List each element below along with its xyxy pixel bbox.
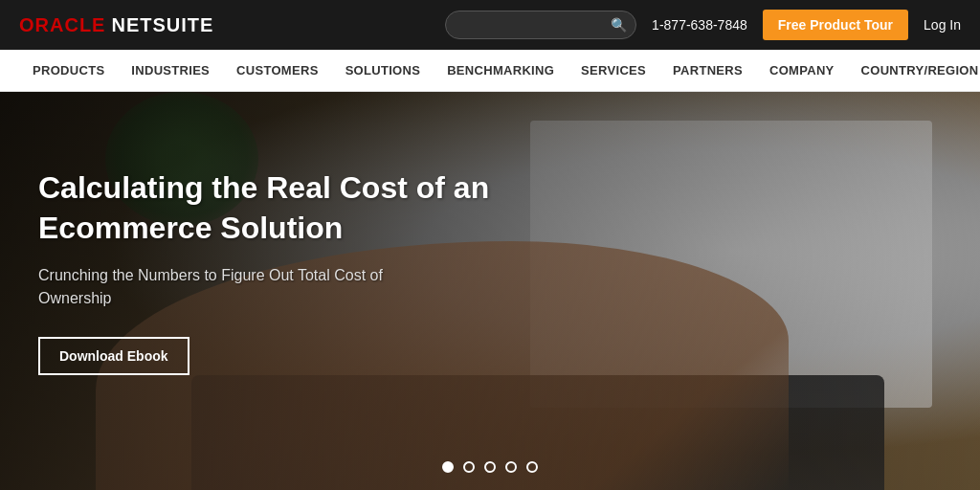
download-ebook-button[interactable]: Download Ebook	[38, 337, 189, 375]
nav-item-company[interactable]: COMPANY	[756, 50, 848, 92]
hero-title: Calculating the Real Cost of an Ecommerc…	[38, 168, 517, 248]
hero-section: Calculating the Real Cost of an Ecommerc…	[0, 92, 980, 490]
nav-item-services[interactable]: SERVICES	[568, 50, 659, 92]
nav-item-country-region[interactable]: COUNTRY/REGION	[848, 50, 980, 92]
nav-item-solutions[interactable]: SOLUTIONS	[332, 50, 434, 92]
hero-subtitle: Crunching the Numbers to Figure Out Tota…	[38, 264, 440, 310]
search-icon: 🔍	[611, 17, 627, 33]
free-tour-button[interactable]: Free Product Tour	[763, 10, 908, 40]
slider-dot-5[interactable]	[526, 461, 538, 473]
netsuite-logo: NETSUITE	[111, 14, 213, 36]
slider-dot-1[interactable]	[442, 461, 454, 473]
search-input[interactable]	[445, 11, 636, 39]
nav-item-benchmarking[interactable]: BENCHMARKING	[434, 50, 568, 92]
search-container: 🔍	[445, 11, 636, 39]
phone-number: 1-877-638-7848	[652, 17, 747, 33]
nav-item-partners[interactable]: PARTNERS	[659, 50, 756, 92]
nav-item-products[interactable]: PRODUCTS	[19, 50, 118, 92]
hero-content: Calculating the Real Cost of an Ecommerc…	[0, 92, 980, 452]
top-bar: ORACLE NETSUITE 🔍 1-877-638-7848 Free Pr…	[0, 0, 980, 50]
oracle-logo: ORACLE	[19, 14, 105, 36]
login-button[interactable]: Log In	[924, 17, 961, 33]
logo-area: ORACLE NETSUITE	[19, 14, 430, 36]
slider-dot-2[interactable]	[463, 461, 475, 473]
slider-dot-3[interactable]	[484, 461, 496, 473]
nav-bar: PRODUCTS INDUSTRIES CUSTOMERS SOLUTIONS …	[0, 50, 980, 92]
slider-dots	[442, 461, 538, 473]
slider-dot-4[interactable]	[505, 461, 517, 473]
nav-item-industries[interactable]: INDUSTRIES	[118, 50, 223, 92]
nav-item-customers[interactable]: CUSTOMERS	[223, 50, 332, 92]
